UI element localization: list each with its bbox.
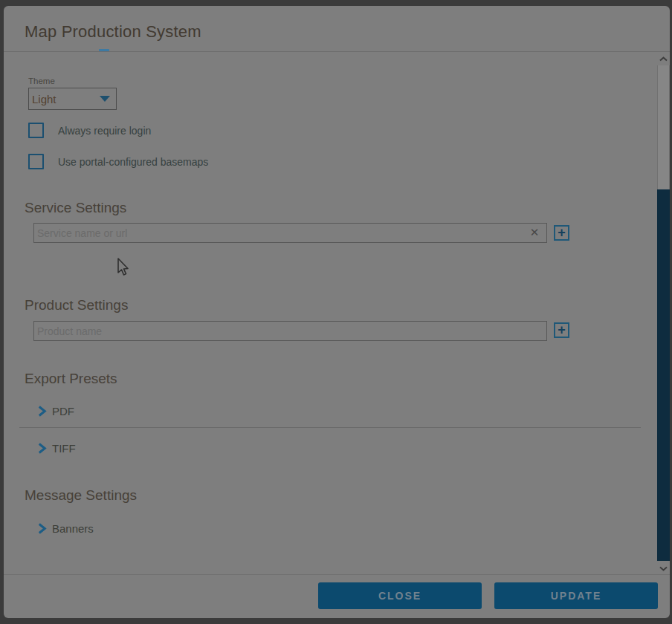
banners-label: Banners [52, 522, 94, 535]
header-divider [4, 51, 670, 52]
export-presets-heading: Export Presets [25, 371, 117, 387]
export-preset-pdf-row[interactable]: PDF [38, 405, 74, 417]
scrollbar-thumb[interactable] [657, 65, 670, 189]
scrollbar-track[interactable] [657, 189, 670, 561]
theme-select[interactable]: Light [28, 88, 117, 110]
row-divider [19, 427, 641, 428]
banners-row[interactable]: Banners [38, 522, 94, 535]
close-button[interactable]: CLOSE [318, 582, 482, 609]
chevron-up-icon [659, 56, 668, 62]
clipped-scrolled-content [99, 49, 109, 51]
export-preset-tiff-row[interactable]: TIFF [38, 442, 76, 455]
chevron-down-icon [659, 566, 668, 571]
update-button[interactable]: UPDATE [494, 582, 658, 609]
always-require-login-checkbox-row[interactable]: Always require login [28, 123, 151, 138]
chevron-right-icon [38, 443, 47, 454]
checkbox-unchecked-icon[interactable] [28, 154, 44, 169]
footer-divider [4, 574, 670, 575]
clear-icon[interactable]: ✕ [528, 226, 541, 239]
scroll-down-button[interactable] [657, 561, 670, 576]
vertical-scrollbar[interactable] [657, 52, 670, 576]
use-portal-basemaps-checkbox-row[interactable]: Use portal-configured basemaps [28, 154, 208, 169]
checkbox-label: Use portal-configured basemaps [58, 156, 208, 168]
export-preset-label: TIFF [52, 442, 76, 455]
product-input-wrap [33, 321, 547, 341]
theme-label: Theme [28, 77, 55, 85]
export-preset-label: PDF [52, 405, 74, 417]
add-service-button[interactable]: + [554, 225, 569, 241]
add-product-button[interactable]: + [554, 322, 569, 338]
mouse-cursor [117, 258, 131, 277]
chevron-down-icon [100, 96, 110, 102]
product-settings-heading: Product Settings [25, 297, 128, 313]
scroll-up-button[interactable] [657, 52, 670, 65]
chevron-right-icon [38, 406, 47, 417]
map-production-system-dialog: Map Production System Theme Light Always… [4, 6, 670, 618]
dialog-title: Map Production System [25, 22, 201, 42]
service-input-wrap: ✕ [33, 223, 547, 243]
product-name-input[interactable] [33, 321, 547, 341]
service-settings-heading: Service Settings [25, 200, 126, 216]
checkbox-label: Always require login [58, 125, 151, 137]
chevron-right-icon [38, 523, 47, 534]
message-settings-heading: Message Settings [25, 487, 137, 504]
service-name-input[interactable] [33, 223, 547, 243]
theme-selected-value: Light [29, 93, 100, 105]
checkbox-unchecked-icon[interactable] [28, 123, 44, 138]
